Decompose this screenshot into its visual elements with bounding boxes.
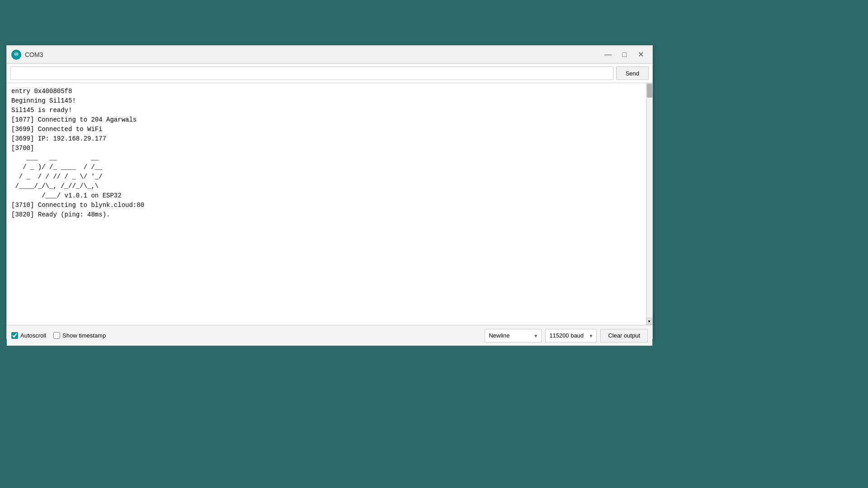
newline-select[interactable]: NewlineNo line endingCarriage returnBoth… [485,329,542,343]
autoscroll-label[interactable]: Autoscroll [11,332,46,339]
output-line: [3710] Connecting to blynk.cloud:80 [11,201,648,210]
scrollbar-track[interactable]: ▲ ▼ [646,83,652,325]
autoscroll-text: Autoscroll [20,332,46,339]
show-timestamp-checkbox[interactable] [53,332,60,339]
clear-output-button[interactable]: Clear output [600,329,648,343]
serial-input[interactable] [10,66,613,80]
serial-monitor-window: ♾ COM3 — □ ✕ Send entry 0x400805f8Beginn… [6,45,653,339]
input-bar: Send [7,64,652,83]
arduino-icon: ♾ [11,50,21,60]
title-bar-controls: — □ ✕ [601,48,648,61]
output-line: Beginning Sil145! [11,96,648,106]
close-button[interactable]: ✕ [633,48,648,61]
output-line: [1077] Connecting to 204 Agarwals [11,115,648,125]
output-line: /____/_/\_, /_//_/\_,\ [11,182,648,191]
send-button[interactable]: Send [616,66,649,80]
output-line: / _ )/ /_ ____ / /__ [11,163,648,172]
output-line: Sil145 is ready! [11,106,648,115]
desktop-background [0,0,868,50]
window-title: COM3 [25,51,43,58]
output-line: ___ __ __ [11,153,648,163]
scrollbar-arrow-down[interactable]: ▼ [646,318,652,325]
output-line: entry 0x400805f8 [11,87,648,96]
scrollbar-thumb[interactable] [647,84,652,98]
show-timestamp-text: Show timestamp [62,332,106,339]
footer-bar: Autoscroll Show timestamp NewlineNo line… [7,325,652,346]
output-line: [3700] [11,144,648,153]
title-bar: ♾ COM3 — □ ✕ [7,46,652,64]
show-timestamp-label[interactable]: Show timestamp [53,332,106,339]
minimize-button[interactable]: — [601,48,615,61]
output-line: [3699] IP: 192.168.29.177 [11,134,648,144]
baud-select-wrapper: 300 baud1200 baud2400 baud4800 baud9600 … [545,329,597,343]
output-line: / _ / / // / _ \/ '_/ [11,172,648,182]
title-bar-left: ♾ COM3 [11,50,43,60]
newline-select-wrapper: NewlineNo line endingCarriage returnBoth… [485,329,542,343]
output-line: /___/ v1.0.1 on ESP32 [11,191,648,201]
output-line: [3699] Connected to WiFi [11,125,648,134]
autoscroll-checkbox[interactable] [11,332,18,339]
baud-select[interactable]: 300 baud1200 baud2400 baud4800 baud9600 … [545,329,597,343]
output-line: [3820] Ready (ping: 48ms). [11,210,648,220]
output-area[interactable]: entry 0x400805f8Beginning Sil145!Sil145 … [7,83,652,325]
maximize-button[interactable]: □ [617,48,632,61]
output-wrapper: entry 0x400805f8Beginning Sil145!Sil145 … [7,83,652,325]
arduino-icon-symbol: ♾ [14,52,19,57]
footer-right: NewlineNo line endingCarriage returnBoth… [485,329,648,343]
